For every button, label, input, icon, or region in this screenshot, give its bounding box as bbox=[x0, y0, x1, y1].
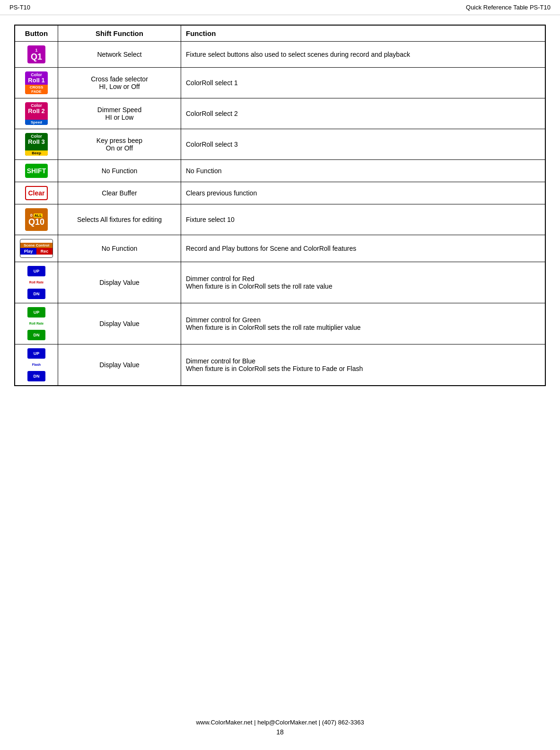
table-row: UP Roll Rate DN Display Value Dimmer con… bbox=[15, 303, 545, 344]
button-cell-q1: 1 Q1 bbox=[15, 42, 58, 68]
shift-cell-5: No Function bbox=[58, 160, 181, 182]
table-row: 0 ALL Q10 Selects All fixtures for editi… bbox=[15, 204, 545, 235]
page-header: PS-T10 Quick Reference Table PS-T10 bbox=[0, 0, 560, 15]
table-row: 1 Q1 Network Select Fixture select butto… bbox=[15, 42, 545, 68]
shift-cell-10: Display Value bbox=[58, 303, 181, 344]
button-cell-q10: 0 ALL Q10 bbox=[15, 204, 58, 235]
table-row: Color Roll 2 Speed Dimmer SpeedHI or Low… bbox=[15, 98, 545, 129]
table-row: Scene Control Play Rec No Function Recor… bbox=[15, 235, 545, 262]
table-row: UP Roll Rate DN Display Value Dimmer con… bbox=[15, 262, 545, 303]
button-cell-clear: Clear bbox=[15, 182, 58, 204]
col-header-function: Function bbox=[181, 25, 546, 42]
function-cell-11: Dimmer control for BlueWhen fixture is i… bbox=[181, 344, 546, 386]
q10-button-icon: 0 ALL Q10 bbox=[25, 208, 48, 231]
button-cell-cr1: Color Roll 1 CROSS FADE bbox=[15, 68, 58, 98]
footer-contact: www.ColorMaker.net | help@ColorMaker.net… bbox=[0, 719, 560, 726]
updn-green-icon: UP Roll Rate DN bbox=[25, 307, 48, 340]
colorroll3-button-icon: Color Roll 3 Beep bbox=[25, 133, 48, 156]
function-cell-7: Fixture select 10 bbox=[181, 204, 546, 235]
shift-cell-9: Display Value bbox=[58, 262, 181, 303]
col-header-button: Button bbox=[15, 25, 58, 42]
updn-blue-icon: UP Flash DN bbox=[25, 348, 48, 381]
q1-button-icon: 1 Q1 bbox=[27, 45, 45, 63]
button-cell-cr2: Color Roll 2 Speed bbox=[15, 98, 58, 129]
table-row: Clear Clear Buffer Clears previous funct… bbox=[15, 182, 545, 204]
reference-table: Button Shift Function Function 1 Q1 Netw… bbox=[14, 25, 546, 386]
table-row: Color Roll 3 Beep Key press beepOn or Of… bbox=[15, 129, 545, 160]
function-cell-3: ColorRoll select 2 bbox=[181, 98, 546, 129]
table-row: Color Roll 1 CROSS FADE Cross fade selec… bbox=[15, 68, 545, 98]
function-cell-2: ColorRoll select 1 bbox=[181, 68, 546, 98]
header-right: Quick Reference Table PS-T10 bbox=[466, 4, 551, 11]
button-cell-updn-green: UP Roll Rate DN bbox=[15, 303, 58, 344]
button-cell-cr3: Color Roll 3 Beep bbox=[15, 129, 58, 160]
button-cell-shift: SHIFT bbox=[15, 160, 58, 182]
function-cell-5: No Function bbox=[181, 160, 546, 182]
colorroll2-button-icon: Color Roll 2 Speed bbox=[25, 102, 48, 125]
main-content: Button Shift Function Function 1 Q1 Netw… bbox=[0, 15, 560, 396]
footer-page-number: 18 bbox=[0, 728, 560, 736]
function-cell-4: ColorRoll select 3 bbox=[181, 129, 546, 160]
shift-cell-1: Network Select bbox=[58, 42, 181, 68]
button-cell-scene: Scene Control Play Rec bbox=[15, 235, 58, 262]
shift-cell-2: Cross fade selectorHI, Low or Off bbox=[58, 68, 181, 98]
button-cell-updn-red: UP Roll Rate DN bbox=[15, 262, 58, 303]
function-cell-9: Dimmer control for RedWhen fixture is in… bbox=[181, 262, 546, 303]
function-cell-1: Fixture select buttons also used to sele… bbox=[181, 42, 546, 68]
shift-cell-4: Key press beepOn or Off bbox=[58, 129, 181, 160]
page-footer: www.ColorMaker.net | help@ColorMaker.net… bbox=[0, 719, 560, 736]
shift-cell-3: Dimmer SpeedHI or Low bbox=[58, 98, 181, 129]
shift-cell-6: Clear Buffer bbox=[58, 182, 181, 204]
shift-cell-11: Display Value bbox=[58, 344, 181, 386]
table-row: UP Flash DN Display Value Dimmer control… bbox=[15, 344, 545, 386]
updn-red-icon: UP Roll Rate DN bbox=[25, 266, 48, 299]
colorroll1-button-icon: Color Roll 1 CROSS FADE bbox=[25, 71, 48, 94]
shift-button-icon: SHIFT bbox=[25, 164, 48, 178]
function-cell-6: Clears previous function bbox=[181, 182, 546, 204]
col-header-shift: Shift Function bbox=[58, 25, 181, 42]
function-cell-8: Record and Play buttons for Scene and Co… bbox=[181, 235, 546, 262]
clear-button-icon: Clear bbox=[25, 186, 48, 200]
scene-button-icon: Scene Control Play Rec bbox=[20, 239, 53, 258]
table-row: SHIFT No Function No Function bbox=[15, 160, 545, 182]
button-cell-updn-blue: UP Flash DN bbox=[15, 344, 58, 386]
shift-cell-8: No Function bbox=[58, 235, 181, 262]
shift-cell-7: Selects All fixtures for editing bbox=[58, 204, 181, 235]
header-left: PS-T10 bbox=[9, 4, 30, 11]
function-cell-10: Dimmer control for GreenWhen fixture is … bbox=[181, 303, 546, 344]
